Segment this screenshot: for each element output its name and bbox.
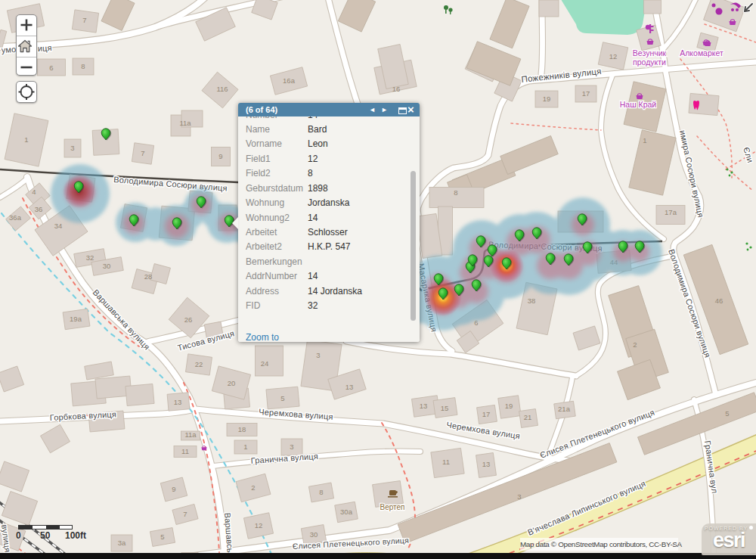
svg-text:9: 9 xyxy=(218,152,222,160)
svg-text:Наш Край: Наш Край xyxy=(620,100,657,109)
svg-text:8: 8 xyxy=(81,62,85,70)
svg-text:34: 34 xyxy=(54,222,63,230)
svg-text:12: 12 xyxy=(609,52,618,61)
svg-text:11: 11 xyxy=(181,447,189,455)
svg-text:3: 3 xyxy=(290,443,293,451)
svg-text:3: 3 xyxy=(70,144,74,152)
svg-text:12: 12 xyxy=(255,521,263,529)
svg-text:32: 32 xyxy=(86,253,94,262)
svg-text:15: 15 xyxy=(441,404,449,412)
svg-text:116: 116 xyxy=(216,85,228,93)
svg-text:7: 7 xyxy=(141,149,144,157)
svg-text:21a: 21a xyxy=(558,405,571,413)
svg-text:продукти: продукти xyxy=(633,57,666,67)
svg-text:19: 19 xyxy=(505,402,513,410)
svg-text:13: 13 xyxy=(174,398,182,406)
svg-text:8: 8 xyxy=(454,188,457,197)
svg-text:22: 22 xyxy=(195,360,203,368)
svg-text:6: 6 xyxy=(49,64,53,72)
svg-text:36: 36 xyxy=(35,205,43,213)
svg-text:7: 7 xyxy=(183,510,187,518)
svg-text:30: 30 xyxy=(103,262,111,270)
svg-text:19a: 19a xyxy=(70,315,82,323)
svg-text:19: 19 xyxy=(543,95,551,103)
svg-text:17: 17 xyxy=(482,410,491,418)
svg-text:1: 1 xyxy=(643,136,646,144)
svg-text:2: 2 xyxy=(251,483,255,492)
svg-text:3: 3 xyxy=(517,492,521,501)
svg-text:26: 26 xyxy=(184,315,193,324)
svg-text:3a: 3a xyxy=(118,539,126,547)
svg-text:17a: 17a xyxy=(665,208,677,216)
svg-text:1: 1 xyxy=(24,135,28,144)
svg-text:21: 21 xyxy=(524,413,532,421)
svg-text:3: 3 xyxy=(316,351,320,359)
svg-text:1: 1 xyxy=(243,443,247,451)
svg-text:Вертеп: Вертеп xyxy=(380,503,404,511)
svg-text:иця: иця xyxy=(37,43,52,53)
svg-text:7: 7 xyxy=(82,16,86,24)
svg-text:5: 5 xyxy=(280,394,284,402)
svg-text:Везунчик: Везунчик xyxy=(633,48,667,57)
svg-text:11a: 11a xyxy=(179,119,191,127)
svg-text:11: 11 xyxy=(442,458,450,466)
svg-text:5: 5 xyxy=(725,409,729,418)
svg-text:4: 4 xyxy=(32,188,36,196)
svg-text:13: 13 xyxy=(345,383,354,391)
svg-text:8: 8 xyxy=(319,488,323,496)
svg-text:16a: 16a xyxy=(283,76,296,85)
svg-text:9: 9 xyxy=(172,485,175,493)
svg-text:28: 28 xyxy=(144,272,153,281)
svg-text:11a: 11a xyxy=(184,430,197,439)
svg-text:2: 2 xyxy=(633,340,637,349)
svg-text:38: 38 xyxy=(528,297,536,305)
svg-text:13: 13 xyxy=(482,460,491,468)
svg-text:18: 18 xyxy=(238,425,246,433)
svg-text:Алкомаркет: Алкомаркет xyxy=(680,48,723,57)
svg-text:30: 30 xyxy=(310,530,318,539)
svg-text:13: 13 xyxy=(420,402,428,410)
svg-text:24: 24 xyxy=(261,359,269,368)
svg-text:30a: 30a xyxy=(340,508,353,516)
svg-text:20: 20 xyxy=(228,379,236,387)
svg-text:36a: 36a xyxy=(9,213,22,222)
svg-text:17: 17 xyxy=(582,89,590,98)
svg-text:16: 16 xyxy=(392,85,401,93)
svg-text:46: 46 xyxy=(715,297,723,305)
svg-text:5: 5 xyxy=(160,533,164,541)
